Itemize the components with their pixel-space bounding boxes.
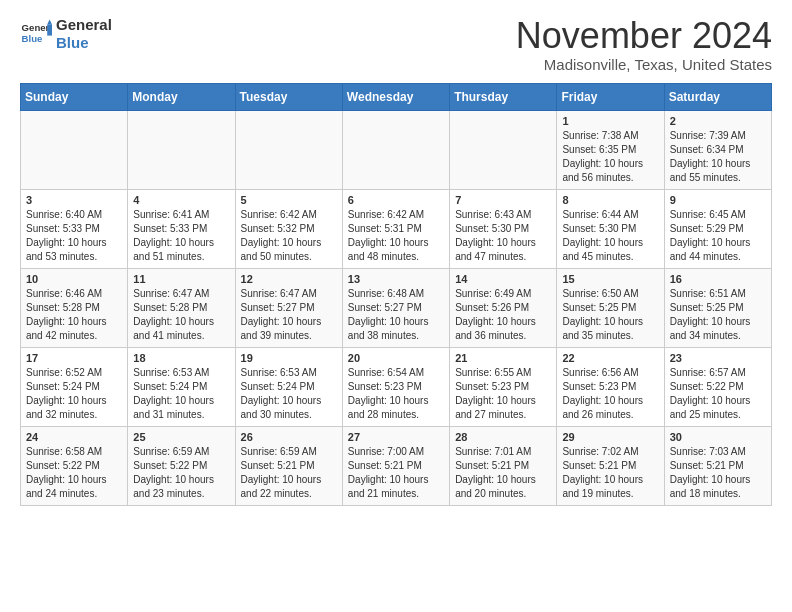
day-cell: 27Sunrise: 7:00 AM Sunset: 5:21 PM Dayli… (342, 426, 449, 505)
day-cell: 11Sunrise: 6:47 AM Sunset: 5:28 PM Dayli… (128, 268, 235, 347)
header-monday: Monday (128, 83, 235, 110)
day-number: 27 (348, 431, 444, 443)
header-tuesday: Tuesday (235, 83, 342, 110)
logo-general: General (56, 16, 112, 33)
month-title: November 2024 (516, 16, 772, 56)
day-number: 4 (133, 194, 229, 206)
day-number: 8 (562, 194, 658, 206)
day-info: Sunrise: 6:53 AM Sunset: 5:24 PM Dayligh… (241, 366, 337, 422)
day-cell: 3Sunrise: 6:40 AM Sunset: 5:33 PM Daylig… (21, 189, 128, 268)
day-cell: 28Sunrise: 7:01 AM Sunset: 5:21 PM Dayli… (450, 426, 557, 505)
day-cell (342, 110, 449, 189)
week-row-1: 3Sunrise: 6:40 AM Sunset: 5:33 PM Daylig… (21, 189, 772, 268)
day-info: Sunrise: 6:52 AM Sunset: 5:24 PM Dayligh… (26, 366, 122, 422)
header-thursday: Thursday (450, 83, 557, 110)
day-info: Sunrise: 6:41 AM Sunset: 5:33 PM Dayligh… (133, 208, 229, 264)
day-info: Sunrise: 6:47 AM Sunset: 5:28 PM Dayligh… (133, 287, 229, 343)
day-cell (128, 110, 235, 189)
day-number: 15 (562, 273, 658, 285)
week-row-0: 1Sunrise: 7:38 AM Sunset: 6:35 PM Daylig… (21, 110, 772, 189)
day-cell: 13Sunrise: 6:48 AM Sunset: 5:27 PM Dayli… (342, 268, 449, 347)
day-number: 24 (26, 431, 122, 443)
logo-blue: Blue (56, 34, 89, 51)
day-info: Sunrise: 6:54 AM Sunset: 5:23 PM Dayligh… (348, 366, 444, 422)
header-wednesday: Wednesday (342, 83, 449, 110)
day-cell (21, 110, 128, 189)
day-info: Sunrise: 6:48 AM Sunset: 5:27 PM Dayligh… (348, 287, 444, 343)
day-number: 3 (26, 194, 122, 206)
day-cell: 26Sunrise: 6:59 AM Sunset: 5:21 PM Dayli… (235, 426, 342, 505)
header-row: SundayMondayTuesdayWednesdayThursdayFrid… (21, 83, 772, 110)
day-cell (450, 110, 557, 189)
day-info: Sunrise: 6:47 AM Sunset: 5:27 PM Dayligh… (241, 287, 337, 343)
day-cell: 19Sunrise: 6:53 AM Sunset: 5:24 PM Dayli… (235, 347, 342, 426)
day-info: Sunrise: 7:39 AM Sunset: 6:34 PM Dayligh… (670, 129, 766, 185)
day-cell (235, 110, 342, 189)
header-friday: Friday (557, 83, 664, 110)
day-info: Sunrise: 6:42 AM Sunset: 5:31 PM Dayligh… (348, 208, 444, 264)
day-number: 26 (241, 431, 337, 443)
day-cell: 15Sunrise: 6:50 AM Sunset: 5:25 PM Dayli… (557, 268, 664, 347)
day-cell: 24Sunrise: 6:58 AM Sunset: 5:22 PM Dayli… (21, 426, 128, 505)
day-info: Sunrise: 6:51 AM Sunset: 5:25 PM Dayligh… (670, 287, 766, 343)
day-cell: 23Sunrise: 6:57 AM Sunset: 5:22 PM Dayli… (664, 347, 771, 426)
header-saturday: Saturday (664, 83, 771, 110)
day-info: Sunrise: 6:57 AM Sunset: 5:22 PM Dayligh… (670, 366, 766, 422)
day-number: 22 (562, 352, 658, 364)
day-cell: 17Sunrise: 6:52 AM Sunset: 5:24 PM Dayli… (21, 347, 128, 426)
day-cell: 8Sunrise: 6:44 AM Sunset: 5:30 PM Daylig… (557, 189, 664, 268)
day-info: Sunrise: 6:56 AM Sunset: 5:23 PM Dayligh… (562, 366, 658, 422)
day-number: 11 (133, 273, 229, 285)
day-cell: 22Sunrise: 6:56 AM Sunset: 5:23 PM Dayli… (557, 347, 664, 426)
day-info: Sunrise: 6:46 AM Sunset: 5:28 PM Dayligh… (26, 287, 122, 343)
day-number: 13 (348, 273, 444, 285)
day-number: 17 (26, 352, 122, 364)
day-cell: 1Sunrise: 7:38 AM Sunset: 6:35 PM Daylig… (557, 110, 664, 189)
logo-icon: General Blue (20, 18, 52, 50)
day-number: 14 (455, 273, 551, 285)
day-cell: 30Sunrise: 7:03 AM Sunset: 5:21 PM Dayli… (664, 426, 771, 505)
day-number: 30 (670, 431, 766, 443)
logo: General Blue General Blue (20, 16, 112, 52)
day-info: Sunrise: 7:01 AM Sunset: 5:21 PM Dayligh… (455, 445, 551, 501)
day-number: 19 (241, 352, 337, 364)
day-number: 16 (670, 273, 766, 285)
week-row-3: 17Sunrise: 6:52 AM Sunset: 5:24 PM Dayli… (21, 347, 772, 426)
week-row-2: 10Sunrise: 6:46 AM Sunset: 5:28 PM Dayli… (21, 268, 772, 347)
day-number: 6 (348, 194, 444, 206)
day-cell: 12Sunrise: 6:47 AM Sunset: 5:27 PM Dayli… (235, 268, 342, 347)
page-header: General Blue General Blue November 2024 … (20, 16, 772, 73)
day-number: 21 (455, 352, 551, 364)
day-info: Sunrise: 6:58 AM Sunset: 5:22 PM Dayligh… (26, 445, 122, 501)
day-number: 2 (670, 115, 766, 127)
day-cell: 20Sunrise: 6:54 AM Sunset: 5:23 PM Dayli… (342, 347, 449, 426)
day-info: Sunrise: 7:38 AM Sunset: 6:35 PM Dayligh… (562, 129, 658, 185)
day-cell: 4Sunrise: 6:41 AM Sunset: 5:33 PM Daylig… (128, 189, 235, 268)
day-info: Sunrise: 6:42 AM Sunset: 5:32 PM Dayligh… (241, 208, 337, 264)
day-number: 9 (670, 194, 766, 206)
day-number: 12 (241, 273, 337, 285)
day-cell: 2Sunrise: 7:39 AM Sunset: 6:34 PM Daylig… (664, 110, 771, 189)
day-info: Sunrise: 7:00 AM Sunset: 5:21 PM Dayligh… (348, 445, 444, 501)
day-info: Sunrise: 7:02 AM Sunset: 5:21 PM Dayligh… (562, 445, 658, 501)
calendar-header: SundayMondayTuesdayWednesdayThursdayFrid… (21, 83, 772, 110)
day-number: 10 (26, 273, 122, 285)
day-info: Sunrise: 6:44 AM Sunset: 5:30 PM Dayligh… (562, 208, 658, 264)
day-number: 1 (562, 115, 658, 127)
day-number: 7 (455, 194, 551, 206)
location: Madisonville, Texas, United States (516, 56, 772, 73)
day-number: 25 (133, 431, 229, 443)
day-info: Sunrise: 6:59 AM Sunset: 5:22 PM Dayligh… (133, 445, 229, 501)
day-cell: 16Sunrise: 6:51 AM Sunset: 5:25 PM Dayli… (664, 268, 771, 347)
day-number: 28 (455, 431, 551, 443)
day-cell: 29Sunrise: 7:02 AM Sunset: 5:21 PM Dayli… (557, 426, 664, 505)
day-number: 29 (562, 431, 658, 443)
logo-text: General Blue (56, 16, 112, 52)
day-info: Sunrise: 6:45 AM Sunset: 5:29 PM Dayligh… (670, 208, 766, 264)
day-info: Sunrise: 6:43 AM Sunset: 5:30 PM Dayligh… (455, 208, 551, 264)
day-info: Sunrise: 6:59 AM Sunset: 5:21 PM Dayligh… (241, 445, 337, 501)
day-cell: 9Sunrise: 6:45 AM Sunset: 5:29 PM Daylig… (664, 189, 771, 268)
day-cell: 18Sunrise: 6:53 AM Sunset: 5:24 PM Dayli… (128, 347, 235, 426)
day-number: 20 (348, 352, 444, 364)
day-cell: 5Sunrise: 6:42 AM Sunset: 5:32 PM Daylig… (235, 189, 342, 268)
